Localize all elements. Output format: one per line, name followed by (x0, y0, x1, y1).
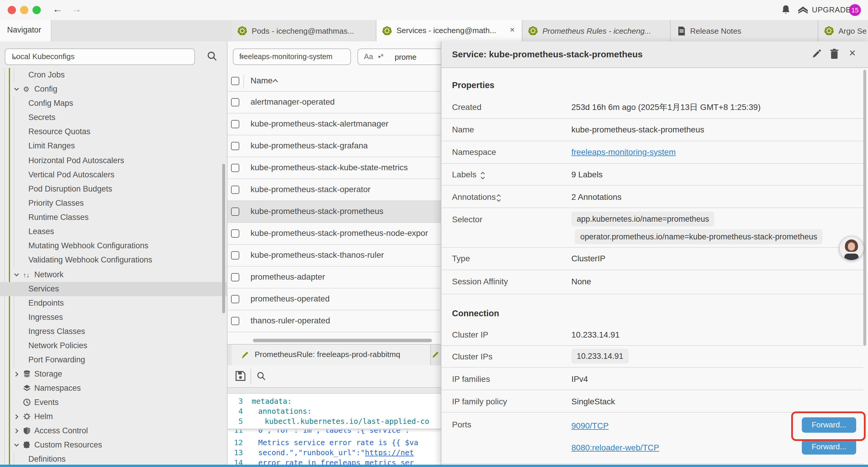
sidebar-item-access-control[interactable]: Access Control (0, 424, 227, 438)
row-checkbox[interactable] (231, 317, 239, 325)
row-checkbox[interactable] (231, 142, 239, 150)
sort-updown-icon[interactable] (480, 171, 486, 180)
sidebar-item-ingress-classes[interactable]: Ingress Classes (0, 324, 227, 339)
namespace-select[interactable]: freeleaps-monitoring-system (233, 49, 351, 65)
row-checkbox[interactable] (231, 229, 239, 238)
notification-badge[interactable]: 15 (849, 4, 861, 16)
port-link-9090[interactable]: 9090/TCP (571, 421, 609, 430)
table-row[interactable]: kube-prometheus-stack-alertmanager (227, 114, 441, 135)
tab-prometheus-rules[interactable]: Prometheus Rules - icecheng... (522, 20, 671, 41)
sidebar-item-priority-classes[interactable]: Priority Classes (0, 196, 227, 210)
row-checkbox[interactable] (231, 164, 239, 172)
sidebar-item-validating-webhook-configurations[interactable]: Validating Webhook Configurations (0, 253, 227, 267)
sidebar-item-endpoints[interactable]: Endpoints (0, 296, 227, 310)
forward-button[interactable]: → (71, 4, 82, 16)
minimize-window-button[interactable] (20, 6, 28, 14)
chevron-right-icon[interactable] (13, 371, 20, 377)
runbook-url-link[interactable]: https://net (365, 448, 414, 457)
upgrade-icon[interactable] (797, 5, 809, 16)
sidebar-item-helm[interactable]: Helm (0, 410, 227, 424)
row-checkbox[interactable] (231, 98, 239, 107)
sidebar-item-runtime-classes[interactable]: Runtime Classes (0, 210, 227, 225)
filter-input[interactable]: Aa ▪* prome (358, 49, 441, 65)
delete-trash-icon[interactable] (830, 49, 839, 59)
chevron-right-icon[interactable] (13, 428, 20, 434)
search-icon[interactable] (207, 51, 217, 61)
editor-scroll-strip[interactable] (227, 388, 441, 394)
chevron-down-icon[interactable] (13, 442, 20, 448)
namespace-link[interactable]: freeleaps-monitoring-system (571, 147, 676, 157)
sidebar-item-mutating-webhook-configurations[interactable]: Mutating Webhook Configurations (0, 239, 227, 253)
row-checkbox[interactable] (231, 295, 239, 303)
close-panel-icon[interactable]: × (849, 47, 856, 60)
sidebar-item-horizontal-pod-autoscalers[interactable]: Horizontal Pod Autoscalers (0, 154, 227, 168)
sidebar-item-pod-disruption-budgets[interactable]: Pod Disruption Budgets (0, 182, 227, 196)
editor-tab-next-pencil-icon[interactable] (431, 351, 440, 359)
sidebar-item-events[interactable]: Events (0, 396, 227, 410)
table-row[interactable]: thanos-ruler-operated (227, 310, 441, 332)
sidebar-item-config-maps[interactable]: Config Maps (0, 96, 227, 111)
edit-pencil-icon[interactable] (811, 49, 821, 59)
table-row[interactable]: prometheus-operated (227, 289, 441, 310)
row-checkbox[interactable] (231, 185, 239, 194)
avatar[interactable] (839, 236, 864, 261)
row-checkbox[interactable] (231, 120, 239, 128)
sidebar-item-storage[interactable]: Storage (0, 367, 227, 381)
close-window-button[interactable] (8, 6, 16, 14)
labels-value[interactable]: 9 Labels (571, 170, 603, 179)
tab-services[interactable]: Services - icecheng@math... × (376, 20, 522, 41)
match-case-icon[interactable]: Aa (364, 53, 373, 61)
save-icon[interactable] (235, 371, 246, 381)
annotations-value[interactable]: 2 Annotations (571, 192, 622, 202)
chevron-down-icon[interactable] (13, 272, 20, 278)
sidebar-scrollbar-thumb[interactable] (222, 164, 225, 313)
close-tab-icon[interactable]: × (510, 25, 515, 34)
table-row[interactable]: prometheus-adapter (227, 267, 441, 289)
sidebar-item-limit-ranges[interactable]: Limit Ranges (0, 139, 227, 153)
table-row[interactable]: kube-prometheus-stack-grafana (227, 135, 441, 157)
sidebar-item-config[interactable]: ⚙ Config (0, 82, 227, 96)
upgrade-label[interactable]: UPGRADE (812, 5, 851, 14)
table-row[interactable]: kube-prometheus-stack-kube-state-metrics (227, 157, 441, 179)
sort-ascending-icon[interactable] (272, 78, 279, 83)
sidebar-item-services[interactable]: Services (0, 282, 227, 296)
notifications-bell-icon[interactable] (781, 5, 790, 16)
back-button[interactable]: ← (53, 4, 63, 16)
table-row[interactable]: alertmanager-operated (227, 92, 441, 114)
sort-updown-icon[interactable] (496, 194, 502, 202)
regex-icon[interactable]: ▪* (378, 53, 384, 61)
editor-search-icon[interactable] (256, 371, 266, 381)
sidebar-item-cron-jobs[interactable]: Cron Jobs (0, 68, 227, 82)
row-checkbox[interactable] (231, 273, 239, 282)
sidebar-item-custom-resources[interactable]: Custom Resources (0, 438, 227, 452)
sidebar-item-resource-quotas[interactable]: Resource Quotas (0, 125, 227, 139)
horizontal-scrollbar-thumb[interactable] (253, 339, 432, 342)
chevron-right-icon[interactable] (13, 414, 20, 420)
row-checkbox[interactable] (231, 251, 239, 260)
detail-scrollbar-thumb[interactable] (863, 70, 866, 346)
sidebar-item-network-policies[interactable]: Network Policies (0, 339, 227, 353)
row-checkbox[interactable] (231, 207, 239, 216)
name-column-header[interactable]: Name (251, 76, 273, 85)
table-row[interactable]: kube-prometheus-stack-prometheus-node-ex… (227, 223, 441, 245)
table-row[interactable]: kube-prometheus-stack-thanos-ruler (227, 245, 441, 267)
select-all-checkbox[interactable] (231, 77, 239, 85)
tab-release-notes[interactable]: Release Notes (671, 20, 818, 41)
sidebar-item-definitions[interactable]: Definitions (0, 452, 227, 466)
yaml-editor[interactable]: 3metadata: 4annotations: 5kubectl.kubern… (227, 394, 441, 467)
sidebar-item-port-forwarding[interactable]: Port Forwarding (0, 353, 227, 367)
sidebar-item-ingresses[interactable]: Ingresses (0, 310, 227, 324)
sidebar-item-network[interactable]: ↑↓ Network (0, 268, 227, 282)
editor-tab-prometheusrule[interactable]: PrometheusRule: freeleaps-prod-rabbitmq (231, 345, 431, 366)
table-row-selected[interactable]: kube-prometheus-stack-prometheus (227, 201, 441, 223)
sidebar-item-leases[interactable]: Leases (0, 225, 227, 239)
kubeconfig-select[interactable]: Local Kubeconfigs (5, 49, 195, 65)
sidebar-item-namespaces[interactable]: Namespaces (0, 381, 227, 396)
tab-argo[interactable]: Argo Se (818, 20, 868, 41)
maximize-window-button[interactable] (32, 6, 41, 14)
sidebar-item-vertical-pod-autoscalers[interactable]: Vertical Pod Autoscalers (0, 168, 227, 182)
chevron-down-icon[interactable] (13, 86, 20, 92)
forward-button-8080[interactable]: Forward... (802, 439, 856, 455)
tab-pods[interactable]: Pods - icecheng@mathmas... (231, 20, 376, 41)
table-row[interactable]: kube-prometheus-stack-operator (227, 179, 441, 201)
